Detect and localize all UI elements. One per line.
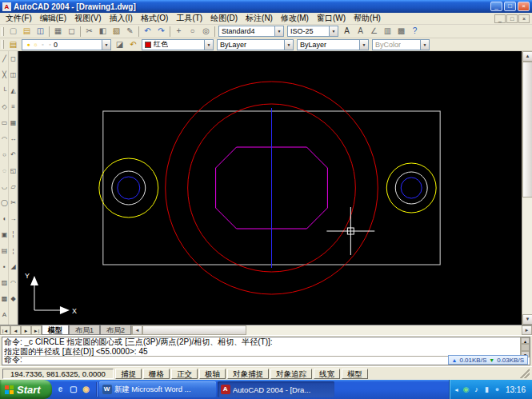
line-icon[interactable]: ╱ bbox=[0, 51, 9, 67]
tab-1[interactable]: 模型 bbox=[42, 325, 69, 335]
show-desktop-icon[interactable]: ▢ bbox=[68, 384, 79, 395]
array-icon[interactable]: ▦ bbox=[9, 115, 18, 131]
status-button-4[interactable]: 极轴 bbox=[199, 369, 226, 379]
plot-preview-icon[interactable]: ◻ bbox=[65, 26, 78, 37]
menu-item-7[interactable]: 绘图(D) bbox=[206, 13, 242, 24]
zoom-realtime-icon[interactable]: ○ bbox=[186, 26, 199, 37]
horizontal-scroll-track[interactable] bbox=[246, 325, 522, 335]
menu-item-4[interactable]: 插入(I) bbox=[105, 13, 136, 24]
spline-icon[interactable]: ◡ bbox=[0, 179, 9, 195]
revision-cloud-icon[interactable]: ◌ bbox=[0, 163, 9, 179]
messenger-icon[interactable]: ● bbox=[493, 383, 502, 396]
menu-item-5[interactable]: 格式(O) bbox=[137, 13, 172, 24]
properties-palette-icon[interactable]: ▥ bbox=[381, 26, 394, 37]
network-status-icon[interactable]: ▮ bbox=[482, 383, 491, 396]
menu-item-8[interactable]: 标注(N) bbox=[242, 13, 277, 24]
command-scroll-thumb[interactable] bbox=[521, 344, 530, 351]
horizontal-scrollbar[interactable]: ◄ ► bbox=[131, 325, 532, 335]
trim-icon[interactable]: ✂ bbox=[9, 195, 18, 211]
status-button-2[interactable]: 栅格 bbox=[143, 369, 170, 379]
menu-item-1[interactable]: 文件(F) bbox=[2, 13, 36, 24]
pan-icon[interactable]: + bbox=[172, 26, 186, 37]
task-button-1[interactable]: W新建 Microsoft Word ... bbox=[99, 381, 216, 397]
tab-3[interactable]: 布局2 bbox=[100, 325, 131, 335]
menu-item-6[interactable]: 工具(T) bbox=[172, 13, 206, 24]
save-file-icon[interactable]: ◫ bbox=[34, 26, 47, 37]
tray-chevron-icon[interactable]: ◄ bbox=[454, 387, 459, 393]
internet-explorer-icon[interactable]: e bbox=[55, 384, 66, 395]
polygon-icon[interactable]: ◇ bbox=[0, 99, 9, 115]
rotate-icon[interactable]: ↶ bbox=[9, 147, 18, 163]
tab-nav-prev-button[interactable]: ◄ bbox=[10, 325, 21, 335]
media-player-icon[interactable]: ◉ bbox=[81, 384, 92, 395]
zoom-window-icon[interactable]: ◎ bbox=[199, 26, 213, 37]
move-icon[interactable]: ↔ bbox=[9, 131, 18, 147]
layer-unlock-icon[interactable]: ▫ bbox=[39, 42, 46, 47]
insert-block-icon[interactable]: ▣ bbox=[0, 227, 9, 243]
command-scroll-up[interactable]: ▲ bbox=[521, 337, 530, 344]
erase-icon[interactable]: ◻ bbox=[9, 51, 18, 67]
make-block-icon[interactable]: ▤ bbox=[0, 243, 9, 259]
close-button[interactable]: × bbox=[518, 2, 530, 11]
hatch-icon[interactable]: ▨ bbox=[0, 275, 9, 291]
vertical-scroll-thumb[interactable] bbox=[522, 62, 532, 198]
text-style-icon[interactable]: A bbox=[340, 26, 354, 37]
dropdown-arrow-icon[interactable]: ▼ bbox=[102, 40, 110, 50]
dropdown-arrow-icon[interactable]: ▼ bbox=[274, 26, 283, 36]
break-icon[interactable]: ¦ bbox=[9, 243, 18, 259]
tab-nav-next-button[interactable]: ► bbox=[21, 325, 31, 335]
paste-icon[interactable]: ▧ bbox=[110, 26, 123, 37]
dropdown-arrow-icon[interactable]: ▼ bbox=[284, 40, 293, 50]
scroll-up-button[interactable]: ▲ bbox=[522, 51, 532, 62]
arc-icon[interactable]: ◠ bbox=[0, 131, 9, 147]
region-icon[interactable]: ▩ bbox=[0, 291, 9, 307]
start-button[interactable]: Start bbox=[0, 380, 52, 399]
redo-icon[interactable]: ↷ bbox=[154, 26, 168, 37]
color-combo[interactable]: 红色 ▼ bbox=[142, 39, 214, 50]
dropdown-arrow-icon[interactable]: ▼ bbox=[359, 40, 368, 50]
drawing-canvas[interactable]: YX bbox=[18, 51, 522, 325]
layer-combo[interactable]: ●☼▫▪ 0 ▼ bbox=[22, 39, 111, 50]
extend-icon[interactable]: → bbox=[9, 211, 18, 227]
layer-previous-icon[interactable]: ↶ bbox=[126, 39, 140, 50]
lineweight-combo[interactable]: ByLayer ▼ bbox=[297, 39, 369, 50]
break-at-point-icon[interactable]: ╎ bbox=[9, 227, 18, 243]
offset-icon[interactable]: ≡ bbox=[9, 99, 18, 115]
command-text-area[interactable]: 命令: _c CIRCLE 指定圆的圆心或 [三点(3P)/两点(2P)/相切、… bbox=[2, 337, 530, 365]
command-prompt[interactable]: 命令: bbox=[4, 355, 22, 365]
antivirus-shield-icon[interactable]: ◉ bbox=[462, 383, 470, 396]
tab-nav-first-button[interactable]: |◄ bbox=[0, 325, 10, 335]
status-button-7[interactable]: 线宽 bbox=[314, 369, 340, 379]
copy-object-icon[interactable]: ◫ bbox=[9, 67, 18, 83]
doc-minimize-button[interactable]: _ bbox=[494, 14, 506, 23]
menu-item-3[interactable]: 视图(V) bbox=[70, 13, 105, 24]
plot-icon[interactable]: ▦ bbox=[51, 26, 65, 37]
rectangle-icon[interactable]: ▭ bbox=[0, 115, 9, 131]
layer-on-bulb-icon[interactable]: ● bbox=[25, 42, 32, 47]
make-object-layer-current-icon[interactable]: ◪ bbox=[113, 39, 126, 50]
layer-color-chip-icon[interactable]: ▪ bbox=[46, 42, 54, 47]
dropdown-arrow-icon[interactable]: ▼ bbox=[329, 26, 338, 36]
point-icon[interactable]: ▪ bbox=[0, 259, 9, 275]
mirror-icon[interactable]: ◭ bbox=[9, 83, 18, 99]
status-button-3[interactable]: 正交 bbox=[171, 369, 198, 379]
status-button-1[interactable]: 捕捉 bbox=[115, 369, 142, 379]
status-button-8[interactable]: 模型 bbox=[342, 369, 368, 379]
tab-2[interactable]: 布局1 bbox=[69, 325, 100, 335]
mtext-icon[interactable]: A bbox=[0, 307, 9, 323]
task-button-2[interactable]: AAutoCAD 2004 - [Dra... bbox=[218, 381, 334, 397]
menu-item-11[interactable]: 帮助(H) bbox=[350, 13, 385, 24]
layer-properties-manager-icon[interactable]: ▤ bbox=[6, 39, 20, 50]
design-center-icon[interactable]: ▩ bbox=[394, 26, 408, 37]
construction-line-icon[interactable]: ╳ bbox=[0, 67, 9, 83]
stretch-icon[interactable]: ▱ bbox=[9, 179, 18, 195]
status-button-6[interactable]: 对象追踪 bbox=[270, 369, 312, 379]
scroll-right-button[interactable]: ► bbox=[522, 325, 532, 335]
vertical-scrollbar[interactable]: ▲ ▼ bbox=[522, 51, 532, 325]
volume-icon[interactable]: ♪ bbox=[472, 383, 481, 396]
fillet-icon[interactable]: ◠ bbox=[9, 275, 18, 291]
dim-style-icon[interactable]: A bbox=[354, 26, 367, 37]
maximize-button[interactable]: □ bbox=[504, 2, 516, 11]
menu-item-9[interactable]: 修改(M) bbox=[277, 13, 313, 24]
match-properties-icon[interactable]: ✎ bbox=[123, 26, 137, 37]
